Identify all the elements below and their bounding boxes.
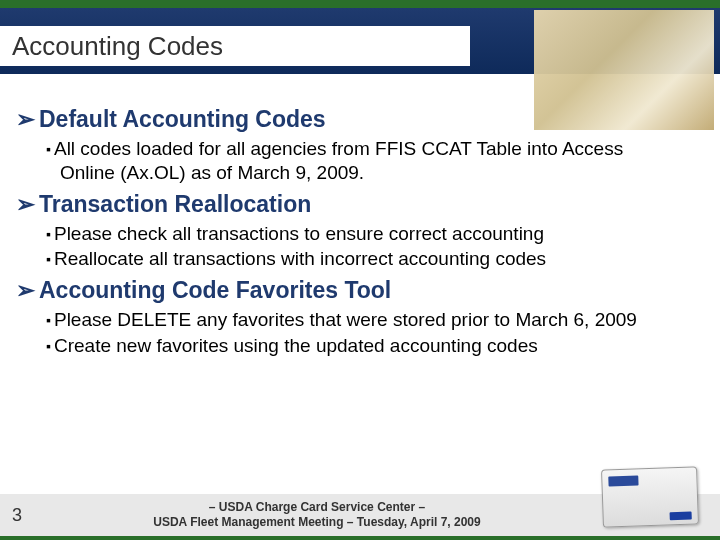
top-accent-bar (0, 0, 720, 8)
bullet-item: ▪Please check all transactions to ensure… (60, 222, 704, 246)
bullet-item: ▪Please DELETE any favorites that were s… (60, 308, 704, 332)
slide-title: Accounting Codes (0, 31, 223, 61)
bullet-item: ▪All codes loaded for all agencies from … (60, 137, 704, 185)
bullet-text: All codes loaded for all agencies from F… (54, 138, 623, 183)
page-number: 3 (0, 505, 34, 526)
bullet-text: Create new favorites using the updated a… (54, 335, 538, 356)
heading-text: Accounting Code Favorites Tool (39, 277, 391, 304)
footer-line2: USDA Fleet Management Meeting – Tuesday,… (153, 515, 480, 529)
footer-line1: – USDA Charge Card Service Center – (209, 500, 425, 514)
square-bullet-icon: ▪ (46, 338, 51, 354)
square-bullet-icon: ▪ (46, 141, 51, 157)
section-heading: ➢ Default Accounting Codes (16, 106, 704, 133)
bullet-text: Please DELETE any favorites that were st… (54, 309, 637, 330)
content-area: ➢ Default Accounting Codes ▪All codes lo… (16, 100, 704, 360)
arrow-icon: ➢ (16, 191, 35, 218)
square-bullet-icon: ▪ (46, 251, 51, 267)
bullet-item: ▪Create new favorites using the updated … (60, 334, 704, 358)
bullet-text: Reallocate all transactions with incorre… (54, 248, 546, 269)
heading-text: Transaction Reallocation (39, 191, 311, 218)
card-decorative-image (601, 466, 699, 527)
footer-text: – USDA Charge Card Service Center – USDA… (34, 500, 600, 530)
bottom-accent-bar (0, 536, 720, 540)
section-heading: ➢ Accounting Code Favorites Tool (16, 277, 704, 304)
bullet-text: Please check all transactions to ensure … (54, 223, 544, 244)
slide: Accounting Codes ➢ Default Accounting Co… (0, 0, 720, 540)
heading-text: Default Accounting Codes (39, 106, 326, 133)
square-bullet-icon: ▪ (46, 226, 51, 242)
section-heading: ➢ Transaction Reallocation (16, 191, 704, 218)
square-bullet-icon: ▪ (46, 312, 51, 328)
arrow-icon: ➢ (16, 277, 35, 304)
arrow-icon: ➢ (16, 106, 35, 133)
bullet-item: ▪Reallocate all transactions with incorr… (60, 247, 704, 271)
title-wrap: Accounting Codes (0, 26, 470, 66)
